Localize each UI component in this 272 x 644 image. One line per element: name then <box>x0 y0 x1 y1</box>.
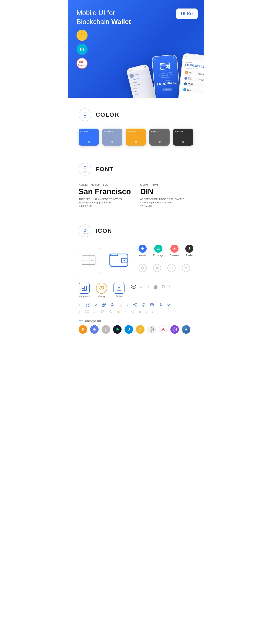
order-icon <box>114 283 124 294</box>
font-din: Medium · Bold DIN ABCDEFGHIJKLMNOPQRSTUV… <box>140 183 194 207</box>
matic-icon <box>170 325 179 334</box>
svg-point-64 <box>143 304 144 306</box>
swatch-dot <box>158 141 161 143</box>
swatch-dot <box>135 141 137 143</box>
nav-icon-profile: Profile <box>185 245 194 256</box>
svg-line-58 <box>113 306 114 306</box>
swatch-dark: # 303030 <box>173 128 193 146</box>
svg-marker-91 <box>163 328 165 331</box>
svg-point-21 <box>92 260 92 261</box>
font-weight-label-sf: Regular · Medium · Bold <box>78 183 132 186</box>
assets-icon-gray <box>138 264 146 272</box>
font-section-title: FONT <box>96 166 114 172</box>
profile-icon <box>185 245 194 253</box>
close-icon: ✕ <box>167 303 170 308</box>
assets-icon <box>138 245 146 253</box>
svg-line-63 <box>134 305 136 306</box>
back-icon: ‹ <box>127 303 128 308</box>
phone-mockups: 9:41 Profile Management Message Add Cont… <box>130 51 204 98</box>
forward-icon-gray: › <box>146 310 147 314</box>
send-icon <box>150 303 154 308</box>
star-icon-gold-filled: ★ <box>117 310 120 314</box>
svg-point-25 <box>124 260 125 262</box>
svg-rect-52 <box>103 304 103 304</box>
svg-rect-26 <box>110 254 118 256</box>
wallet-wireframe-icon <box>78 248 100 273</box>
star-icon: ☆ <box>119 303 122 308</box>
svg-rect-68 <box>86 312 86 313</box>
section-number-1: 1 ONE <box>78 108 92 121</box>
svg-point-32 <box>171 267 172 269</box>
svg-rect-34 <box>82 286 84 288</box>
grid-icon <box>86 303 90 308</box>
svg-rect-54 <box>103 306 103 306</box>
svg-rect-73 <box>101 310 102 311</box>
svg-rect-53 <box>104 304 105 304</box>
swatch-dot <box>111 141 114 143</box>
swatch-blue: # 3574FA <box>78 128 99 146</box>
blockchain-label: BlockChain Icon <box>78 320 194 322</box>
app-icon-order: Order <box>114 283 124 298</box>
info-icon: ℹ <box>169 284 171 289</box>
app-icons-row: Mangment History <box>78 283 194 298</box>
section-number-2: 2 TWO <box>78 163 92 176</box>
grid-icon-gray <box>85 310 88 314</box>
iota-icon <box>148 325 156 334</box>
discover-icon <box>170 245 178 253</box>
svg-marker-27 <box>141 247 144 250</box>
nav-icon-assets-gray <box>138 264 146 272</box>
profile-icon-gray <box>182 264 190 272</box>
font-section: 2 TWO FONT Regular · Medium · Bold San F… <box>68 152 204 214</box>
font-weight-label-din: Medium · Bold <box>140 183 194 186</box>
font-lowercase-din: abcdefghijklmnopqrstuvwxyz <box>140 201 194 204</box>
app-icon-management: Mangment <box>78 283 90 298</box>
swatch-dot <box>88 141 90 143</box>
color-section-title: COLOR <box>96 111 119 118</box>
ltc-icon: Ł <box>102 325 110 334</box>
svg-point-30 <box>189 248 190 249</box>
svg-rect-45 <box>86 303 87 304</box>
exchange-icon-gray <box>153 264 161 272</box>
svg-point-60 <box>136 306 136 306</box>
share-icon <box>133 303 137 308</box>
font-uppercase-din: ABCDEFGHIJKLMNOPQRSTUVWXYZ <box>140 198 194 200</box>
ps-badge: Ps <box>76 44 88 55</box>
svg-point-80 <box>131 311 132 312</box>
color-section-header: 1 ONE COLOR <box>78 108 194 121</box>
font-name-din: DIN <box>140 187 194 196</box>
swatch-steelblue: # 8DA0C8 <box>102 128 122 146</box>
nano-icon <box>182 325 190 334</box>
svg-rect-66 <box>86 310 86 311</box>
ark-icon <box>159 325 168 334</box>
svg-marker-93 <box>174 328 176 330</box>
add-icon: + <box>78 303 81 308</box>
font-numbers-din: 1234567890 <box>140 205 194 207</box>
svg-line-81 <box>132 311 132 311</box>
svg-rect-65 <box>150 304 154 306</box>
nav-icons-container: Assets Exchange Discover <box>138 245 194 276</box>
neo-icon <box>113 325 122 334</box>
svg-point-40 <box>103 286 104 287</box>
font-lowercase-sf: abcdefghijklmnopqrstuvwxyz <box>78 201 132 204</box>
color-section: 1 ONE COLOR # 3574FA # 8DA0C8 # F5A623 <box>68 98 204 152</box>
zcash-icon: Z <box>136 325 144 334</box>
svg-rect-36 <box>84 286 86 290</box>
svg-rect-69 <box>87 312 88 313</box>
eth-icon <box>90 325 98 334</box>
qr-icon <box>102 303 106 308</box>
font-numbers-sf: 1234567890 <box>78 205 132 207</box>
font-uppercase-sf: ABCDEFGHIJKLMNOPQRSTUVWXYZ <box>78 198 132 200</box>
svg-line-82 <box>132 312 132 312</box>
moon-icon: ☽ <box>146 284 150 289</box>
font-san-francisco: Regular · Medium · Bold San Francisco AB… <box>78 183 132 207</box>
add-icon-gray: + <box>78 310 80 314</box>
check-icon-gray: ✓ <box>93 310 96 314</box>
nav-icon-discover: Discover <box>170 245 179 256</box>
history-icon <box>96 283 107 294</box>
search-icon <box>110 303 114 308</box>
management-icon <box>78 283 90 294</box>
chat-icon: 🗨 <box>162 285 165 289</box>
svg-rect-75 <box>101 312 102 313</box>
close-icon-gray: ✕ <box>138 310 141 314</box>
svg-rect-35 <box>82 288 84 290</box>
